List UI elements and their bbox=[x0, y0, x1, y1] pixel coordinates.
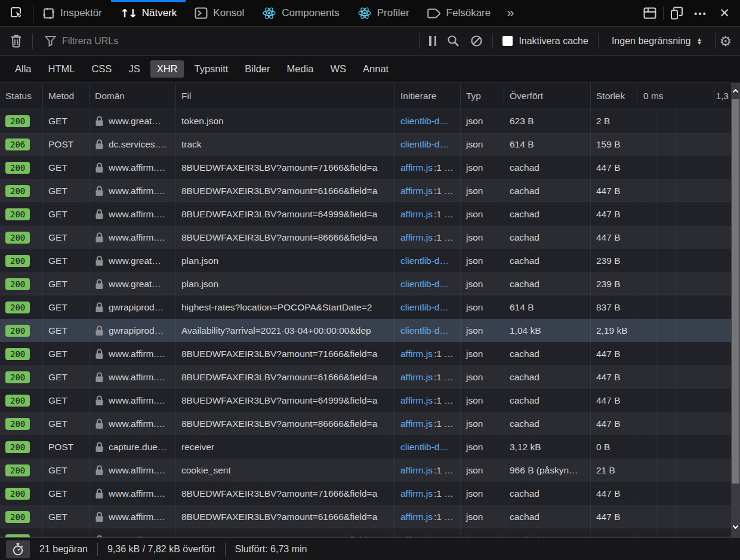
filter-html[interactable]: HTML bbox=[42, 60, 82, 78]
initiator-link[interactable]: affirm.js bbox=[400, 162, 433, 173]
initiator-link[interactable]: clientlib-d… bbox=[400, 325, 449, 336]
initiator-link[interactable]: affirm.js bbox=[400, 488, 433, 499]
block-request-icon[interactable] bbox=[470, 35, 483, 47]
filter-media[interactable]: Media bbox=[280, 60, 320, 78]
request-row[interactable]: 200GETgwrapiprod…highest-rates?location=… bbox=[0, 296, 731, 319]
request-row[interactable]: 200GETwww.affirm.…8BUEDWFAXEIR3LBV?amoun… bbox=[0, 365, 731, 389]
cell-size: 239 B bbox=[591, 272, 637, 296]
initiator-link[interactable]: affirm.js bbox=[400, 372, 433, 382]
responsive-design-mode-button[interactable] bbox=[666, 4, 687, 23]
column-header-method[interactable]: Metod bbox=[43, 83, 90, 109]
request-row[interactable]: 200POSTcapture.due…receiverclientlib-d…j… bbox=[0, 435, 731, 459]
scroll-up-arrow[interactable] bbox=[731, 83, 740, 99]
initiator-link[interactable]: clientlib-d… bbox=[400, 302, 449, 312]
performance-analysis-button[interactable] bbox=[6, 540, 30, 558]
cell-domain: www.great… bbox=[90, 272, 176, 296]
cell-waterfall bbox=[637, 412, 731, 435]
filter-alla[interactable]: Alla bbox=[8, 60, 38, 78]
dock-side-button[interactable] bbox=[639, 4, 661, 23]
column-header-waterfall[interactable]: 0 ms 1,3 bbox=[637, 83, 731, 109]
initiator-link[interactable]: affirm.js bbox=[400, 395, 433, 405]
request-row[interactable]: 200GETwww.affirm.…8BUEDWFAXEIR3LBV?amoun… bbox=[0, 412, 731, 435]
disable-cache-checkbox[interactable] bbox=[502, 36, 513, 46]
initiator-link[interactable]: clientlib-d… bbox=[400, 256, 449, 266]
filter-bilder[interactable]: Bilder bbox=[238, 60, 276, 78]
filter-typsnitt[interactable]: Typsnitt bbox=[187, 60, 235, 78]
network-statusbar: 21 begäran 9,36 kB / 7,82 kB överfört Sl… bbox=[0, 537, 740, 560]
column-header-size[interactable]: Storlek bbox=[591, 83, 637, 109]
initiator-link[interactable]: affirm.js bbox=[400, 512, 433, 522]
initiator-link[interactable]: affirm.js bbox=[400, 465, 433, 475]
request-row[interactable]: 200GETwww.affirm.…8BUEDWFAXEIR3LBV?amoun… bbox=[0, 179, 731, 202]
scroll-down-arrow[interactable] bbox=[731, 519, 740, 534]
request-row[interactable]: 200GETwww.affirm.…8BUEDWFAXEIR3LBV?amoun… bbox=[0, 482, 731, 505]
column-header-domain[interactable]: Domän bbox=[90, 83, 176, 109]
clear-requests-button[interactable] bbox=[0, 35, 32, 48]
waterfall-gridline bbox=[675, 109, 676, 133]
cell-domain: www.affirm.… bbox=[90, 412, 176, 435]
initiator-link[interactable]: clientlib-d… bbox=[400, 139, 449, 149]
filter-urls-input[interactable]: Filtrera URLs bbox=[33, 35, 419, 47]
tab-components[interactable]: Components bbox=[253, 0, 348, 26]
settings-button[interactable]: ⚙ bbox=[716, 33, 740, 49]
tab-profiler[interactable]: Profiler bbox=[349, 0, 418, 26]
tab-nätverk[interactable]: ↑↓Nätverk bbox=[111, 0, 186, 26]
cell-domain: www.affirm.… bbox=[90, 342, 176, 365]
request-row[interactable]: 200GETwww.affirm.…8BUEDWFAXEIR3LBV?amoun… bbox=[0, 342, 731, 365]
close-devtools-button[interactable]: ✕ bbox=[714, 4, 735, 23]
column-header-initiator[interactable]: Initierare bbox=[395, 83, 461, 109]
cell-type: json bbox=[461, 459, 504, 482]
column-header-transferred[interactable]: Överfört bbox=[504, 83, 591, 109]
dropdown-updown-icon: ▲▼ bbox=[696, 38, 702, 45]
pause-recording-icon[interactable] bbox=[429, 36, 436, 46]
initiator-link[interactable]: affirm.js bbox=[400, 232, 433, 242]
search-icon[interactable] bbox=[447, 35, 460, 47]
pick-element-button[interactable] bbox=[0, 4, 33, 23]
lock-icon bbox=[95, 372, 104, 383]
request-row[interactable]: 200GETwww.great…plan.jsonclientlib-d…jso… bbox=[0, 272, 731, 296]
tabs-overflow-chevron-icon[interactable]: » bbox=[500, 0, 521, 26]
cell-waterfall bbox=[637, 342, 731, 365]
cell-transferred: cachad bbox=[504, 528, 591, 537]
throttling-dropdown[interactable]: Ingen begränsning ▲▼ bbox=[599, 36, 715, 47]
tab-konsol[interactable]: Konsol bbox=[186, 0, 253, 26]
filter-annat[interactable]: Annat bbox=[356, 60, 395, 78]
waterfall-gridline bbox=[656, 249, 656, 272]
tab-inspektör[interactable]: Inspektör bbox=[33, 0, 111, 26]
request-row[interactable]: 200GETwww.affirm.…8BUEDWFAXEIR3LBV?amoun… bbox=[0, 528, 731, 537]
devtools-tabbar: Inspektör↑↓NätverkKonsolComponentsProfil… bbox=[0, 0, 740, 27]
filter-css[interactable]: CSS bbox=[85, 60, 118, 78]
cell-file: 8BUEDWFAXEIR3LBV?amount=64999&field=a bbox=[176, 202, 395, 226]
disable-cache-control[interactable]: Inaktivera cache bbox=[493, 36, 598, 47]
initiator-link[interactable]: affirm.js bbox=[400, 419, 433, 429]
request-row[interactable]: 200GETwww.affirm.…8BUEDWFAXEIR3LBV?amoun… bbox=[0, 156, 731, 179]
request-row[interactable]: 200GETwww.affirm.…cookie_sentaffirm.js:1… bbox=[0, 459, 731, 482]
request-row[interactable]: 200GETgwrapiprod…Availability?arrival=20… bbox=[0, 319, 731, 342]
filter-ws[interactable]: WS bbox=[323, 60, 353, 78]
initiator-link[interactable]: clientlib-d… bbox=[400, 442, 449, 452]
column-header-file[interactable]: Fil bbox=[176, 83, 395, 109]
inspector-icon bbox=[42, 7, 55, 20]
request-row[interactable]: 200GETwww.affirm.…8BUEDWFAXEIR3LBV?amoun… bbox=[0, 505, 731, 528]
request-row[interactable]: 200GETwww.affirm.…8BUEDWFAXEIR3LBV?amoun… bbox=[0, 202, 731, 226]
initiator-link[interactable]: affirm.js bbox=[400, 186, 433, 196]
column-header-type[interactable]: Typ bbox=[461, 83, 504, 109]
request-row[interactable]: 206POSTdc.services.…trackclientlib-d…jso… bbox=[0, 133, 731, 156]
initiator-link[interactable]: affirm.js bbox=[400, 209, 433, 219]
scrollbar-thumb[interactable] bbox=[732, 99, 739, 484]
initiator-line-info: :1 … bbox=[434, 162, 454, 173]
meatball-menu-button[interactable]: ••• bbox=[690, 4, 711, 23]
initiator-link[interactable]: clientlib-d… bbox=[400, 116, 449, 126]
filter-xhr[interactable]: XHR bbox=[150, 60, 184, 78]
vertical-scrollbar[interactable] bbox=[731, 83, 740, 537]
column-header-status[interactable]: Status bbox=[0, 83, 43, 109]
initiator-link[interactable]: clientlib-d… bbox=[400, 279, 449, 289]
tab-felsökare[interactable]: Felsökare bbox=[418, 0, 500, 26]
cell-status: 200 bbox=[0, 505, 43, 528]
request-row[interactable]: 200GETwww.great…token.jsonclientlib-d…js… bbox=[0, 109, 731, 133]
request-row[interactable]: 200GETwww.affirm.…8BUEDWFAXEIR3LBV?amoun… bbox=[0, 389, 731, 412]
request-row[interactable]: 200GETwww.affirm.…8BUEDWFAXEIR3LBV?amoun… bbox=[0, 226, 731, 249]
filter-js[interactable]: JS bbox=[122, 60, 146, 78]
initiator-link[interactable]: affirm.js bbox=[400, 349, 433, 359]
request-row[interactable]: 200GETwww.great…plan.jsonclientlib-d…jso… bbox=[0, 249, 731, 272]
